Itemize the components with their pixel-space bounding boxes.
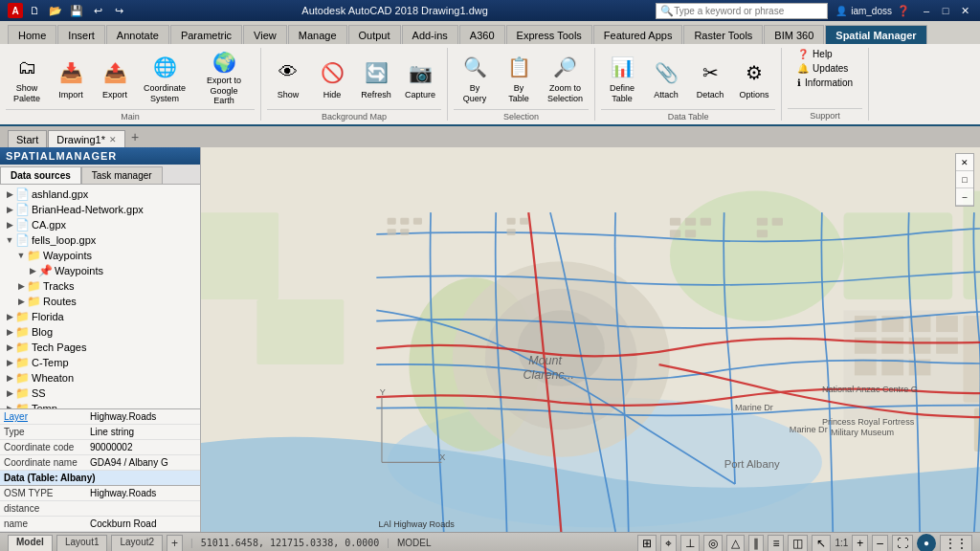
tree-item-routes[interactable]: ▶📁Routes — [2, 294, 198, 309]
map-restore-btn[interactable]: □ — [956, 171, 973, 188]
open-btn[interactable]: 📂 — [48, 4, 63, 17]
select-btn[interactable]: ↖ — [812, 535, 831, 552]
ortho-btn[interactable]: ⊥ — [680, 535, 700, 552]
hide-map-btn[interactable]: 🚫 Hide — [311, 50, 353, 107]
expand-icon[interactable]: ▼ — [4, 234, 15, 246]
tree-item-fells[interactable]: ▼📄fells_loop.gpx — [2, 232, 198, 248]
lwt-btn[interactable]: ≡ — [768, 535, 784, 552]
zoom-out-btn[interactable]: – — [872, 535, 888, 552]
help-btn[interactable]: ❓ Help — [795, 48, 855, 60]
attach-btn[interactable]: 📎 Attach — [645, 50, 687, 107]
updates-btn[interactable]: 🔔 Updates — [795, 62, 855, 75]
tree-item-ss[interactable]: ▶📁SS — [2, 386, 198, 401]
tab-addins[interactable]: Add-ins — [402, 25, 458, 44]
drawing1-close-btn[interactable]: ✕ — [109, 135, 117, 144]
refresh-btn[interactable]: 🔄 Refresh — [355, 50, 397, 107]
tree-item-waypoints[interactable]: ▶📌Waypoints — [2, 263, 198, 278]
undo-btn[interactable]: ↩ — [90, 4, 105, 17]
layout2-tab[interactable]: Layout2 — [111, 535, 163, 552]
show-map-btn[interactable]: 👁 Show — [267, 50, 309, 107]
import-btn[interactable]: 📥 Import — [50, 50, 92, 107]
toolbar-btn[interactable]: ⋮⋮ — [940, 535, 972, 552]
otrack-btn[interactable]: ∥ — [748, 535, 764, 552]
tab-manage[interactable]: Manage — [288, 25, 347, 44]
export-btn[interactable]: 📤 Export — [94, 50, 136, 107]
tab-output[interactable]: Output — [348, 25, 401, 44]
tab-raster[interactable]: Raster Tools — [683, 25, 763, 44]
tree-item-wheaton[interactable]: ▶📁Wheaton — [2, 370, 198, 386]
expand-icon[interactable]: ▶ — [15, 280, 27, 292]
fullscreen-btn[interactable]: ⛶ — [892, 535, 913, 552]
tab-view[interactable]: View — [243, 25, 287, 44]
expand-icon[interactable]: ▶ — [4, 357, 15, 368]
quick-access-btn[interactable]: 🗋 — [27, 4, 42, 17]
expand-icon[interactable]: ▶ — [4, 219, 15, 231]
tab-annotate[interactable]: Annotate — [106, 25, 169, 44]
search-input[interactable] — [674, 6, 823, 16]
tab-data-sources[interactable]: Data sources — [0, 166, 81, 184]
map-minimize-btn[interactable]: – — [956, 188, 973, 206]
layout1-tab[interactable]: Layout1 — [56, 535, 108, 552]
export-google-btn[interactable]: 🌍 Export toGoogle Earth — [193, 50, 255, 107]
capture-btn[interactable]: 📷 Capture — [399, 50, 441, 107]
doc-tab-drawing1[interactable]: Drawing1* ✕ — [48, 130, 125, 147]
by-table-btn[interactable]: 📋 ByTable — [498, 50, 540, 107]
save-btn[interactable]: 💾 — [69, 4, 84, 17]
tab-home[interactable]: Home — [8, 25, 56, 44]
expand-icon[interactable]: ▶ — [27, 265, 38, 276]
map-area[interactable]: X Y Mount Clarenc... Port Albany Nationa… — [201, 147, 980, 532]
expand-icon[interactable]: ▶ — [4, 311, 15, 322]
search-box[interactable]: 🔍 — [656, 3, 828, 19]
osnap-btn[interactable]: △ — [726, 535, 745, 552]
doc-tab-start[interactable]: Start — [8, 130, 47, 147]
detach-btn[interactable]: ✂ Detach — [689, 50, 731, 107]
minimize-btn[interactable]: – — [919, 4, 934, 17]
expand-icon[interactable]: ▶ — [4, 204, 15, 215]
tab-featured[interactable]: Featured Apps — [593, 25, 683, 44]
options-btn[interactable]: ⚙ Options — [733, 50, 775, 107]
transparency-btn[interactable]: ◫ — [788, 535, 808, 552]
add-layout-btn[interactable]: + — [167, 535, 183, 552]
new-tab-btn[interactable]: + — [126, 128, 144, 145]
polar-btn[interactable]: ◎ — [703, 535, 723, 552]
show-palette-btn[interactable]: 🗂 ShowPalette — [6, 50, 48, 107]
expand-icon[interactable]: ▶ — [4, 188, 15, 200]
expand-icon[interactable]: ▼ — [15, 250, 27, 261]
by-query-btn[interactable]: 🔍 ByQuery — [454, 50, 496, 107]
tab-parametric[interactable]: Parametric — [170, 25, 242, 44]
tree-item-ca[interactable]: ▶📄CA.gpx — [2, 217, 198, 232]
snap-btn[interactable]: ⌖ — [660, 535, 677, 552]
expand-icon[interactable]: ▶ — [15, 296, 27, 307]
zoom-in-btn[interactable]: + — [852, 535, 868, 552]
expand-icon[interactable]: ▶ — [4, 387, 15, 399]
tab-express[interactable]: Express Tools — [506, 25, 592, 44]
layer-label[interactable]: Layer — [0, 409, 86, 424]
tab-insert[interactable]: Insert — [57, 25, 105, 44]
tree-item-florida[interactable]: ▶📁Florida — [2, 309, 198, 324]
model-tab[interactable]: Model — [8, 535, 53, 552]
tab-a360[interactable]: A360 — [459, 25, 505, 44]
information-btn[interactable]: ℹ Information — [795, 77, 855, 89]
tree-item-c-temp[interactable]: ▶📁C-Temp — [2, 355, 198, 370]
tree-item-tracks[interactable]: ▶📁Tracks — [2, 278, 198, 294]
tab-task-manager[interactable]: Task manager — [81, 166, 163, 184]
close-btn[interactable]: ✕ — [957, 4, 972, 17]
help-icon[interactable]: ❓ — [896, 4, 911, 17]
expand-icon[interactable]: ▶ — [4, 342, 15, 353]
redo-btn[interactable]: ↪ — [111, 4, 126, 17]
coordinate-system-btn[interactable]: 🌐 CoordinateSystem — [138, 50, 191, 107]
expand-icon[interactable]: ▶ — [4, 326, 15, 338]
expand-icon[interactable]: ▶ — [4, 372, 15, 384]
tree-item-waypoints-grp[interactable]: ▼📁Waypoints — [2, 248, 198, 263]
map-sphere-btn[interactable]: ● — [917, 534, 936, 552]
tab-bim360[interactable]: BIM 360 — [764, 25, 824, 44]
tree-item-temp[interactable]: ▶📁Temp — [2, 401, 198, 408]
map-close-btn[interactable]: ✕ — [956, 154, 973, 171]
tree-item-blog[interactable]: ▶📁Blog — [2, 324, 198, 340]
maximize-btn[interactable]: □ — [938, 4, 953, 17]
tree-item-tech-pages[interactable]: ▶📁Tech Pages — [2, 340, 198, 355]
grid-btn[interactable]: ⊞ — [637, 535, 657, 552]
tree-item-brianhead[interactable]: ▶📄BrianHead-Network.gpx — [2, 202, 198, 217]
tree-item-ashland[interactable]: ▶📄ashland.gpx — [2, 187, 198, 202]
tab-spatial-manager[interactable]: Spatial Manager — [825, 25, 926, 44]
